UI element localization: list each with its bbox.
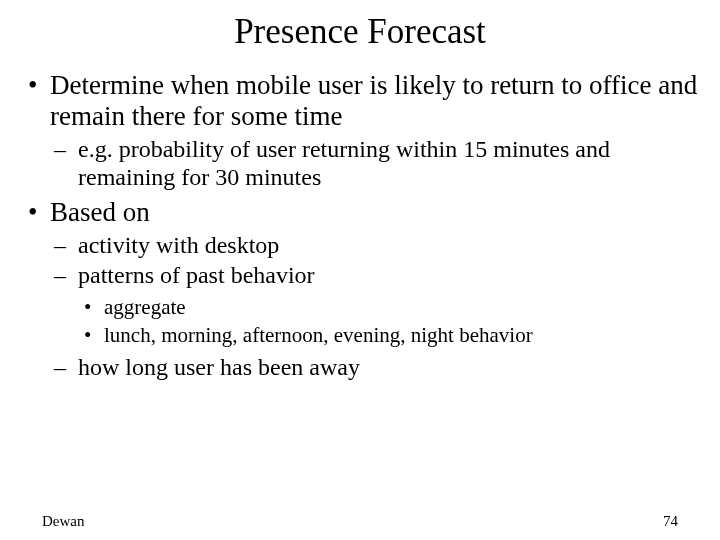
list-item: e.g. probability of user returning withi…: [50, 136, 702, 191]
list-item-text: Determine when mobile user is likely to …: [50, 70, 697, 131]
list-item: lunch, morning, afternoon, evening, nigh…: [78, 322, 702, 348]
list-item-text: Based on: [50, 197, 150, 227]
list-item: Based on activity with desktop patterns …: [22, 197, 702, 381]
sub-list: e.g. probability of user returning withi…: [50, 136, 702, 191]
sub-sub-list: aggregate lunch, morning, afternoon, eve…: [78, 294, 702, 349]
list-item: activity with desktop: [50, 232, 702, 260]
footer-author: Dewan: [42, 513, 84, 530]
list-item-text: e.g. probability of user returning withi…: [78, 136, 610, 190]
list-item: aggregate: [78, 294, 702, 320]
list-item: patterns of past behavior aggregate lunc…: [50, 262, 702, 348]
sub-list: activity with desktop patterns of past b…: [50, 232, 702, 381]
slide: Presence Forecast Determine when mobile …: [0, 12, 720, 540]
list-item: Determine when mobile user is likely to …: [22, 70, 702, 191]
footer-page-number: 74: [663, 513, 678, 530]
slide-title: Presence Forecast: [0, 12, 720, 52]
list-item-text: how long user has been away: [78, 354, 360, 380]
list-item: how long user has been away: [50, 354, 702, 382]
list-item-text: lunch, morning, afternoon, evening, nigh…: [104, 323, 533, 347]
list-item-text: patterns of past behavior: [78, 262, 315, 288]
bullet-list: Determine when mobile user is likely to …: [22, 70, 702, 382]
list-item-text: aggregate: [104, 295, 186, 319]
list-item-text: activity with desktop: [78, 232, 279, 258]
